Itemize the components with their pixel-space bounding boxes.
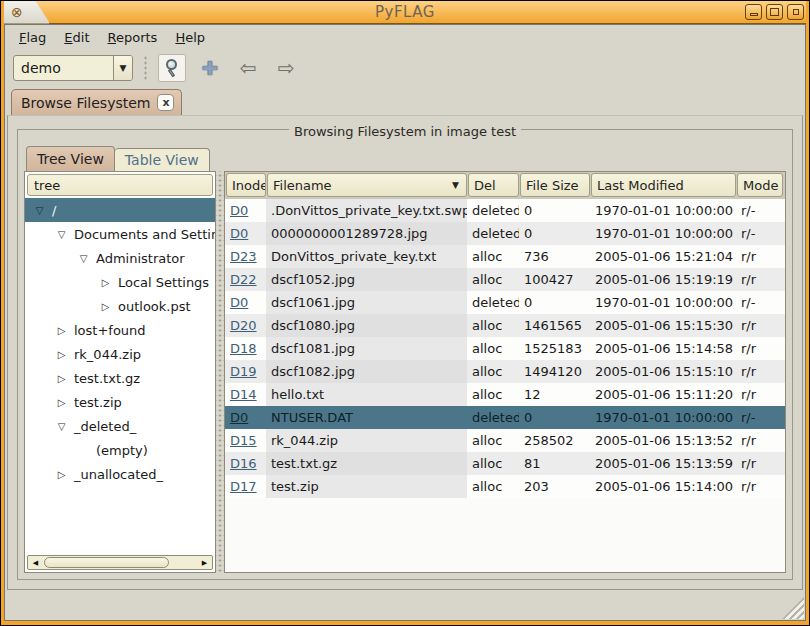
expander-icon[interactable]: ▷	[99, 301, 112, 312]
scroll-right-icon[interactable]: ▶	[197, 556, 212, 569]
forward-arrow-icon: ⇨	[278, 56, 295, 80]
tree-item-rk-044-zip[interactable]: ▷rk_044.zip	[25, 342, 215, 366]
case-selector[interactable]: demo ▼	[13, 55, 133, 81]
minimize-icon	[750, 13, 758, 16]
expander-icon[interactable]: ▷	[55, 325, 68, 336]
window-controls	[745, 4, 806, 20]
window-title: PyFLAG	[4, 3, 806, 21]
expander-icon[interactable]: ▷	[55, 373, 68, 384]
pane-splitter[interactable]	[216, 171, 224, 573]
chevron-down-icon[interactable]: ▼	[113, 56, 132, 80]
column-header-filename[interactable]: Filename▼	[267, 173, 467, 197]
tab-browse-filesystem[interactable]: Browse Filesystem x	[11, 89, 182, 115]
back-button[interactable]: ⇦	[234, 54, 262, 82]
inode-link[interactable]: D0	[230, 226, 248, 241]
column-header-del[interactable]: Del	[468, 173, 519, 197]
tree-item-administrator[interactable]: ▽Administrator	[25, 246, 215, 270]
inode-link[interactable]: D16	[230, 456, 257, 471]
table-row[interactable]: D18dscf1081.jpgalloc15251832005-01-06 15…	[225, 337, 785, 360]
menu-bar: Flag Edit Reports Help	[5, 25, 805, 50]
tree-item-root[interactable]: ▽/	[25, 198, 215, 222]
table-header-row: Inode Filename▼ Del File Size Last Modif…	[225, 172, 785, 199]
inode-link[interactable]: D22	[230, 272, 257, 287]
tree-item-outlook-pst[interactable]: ▷outlook.pst	[25, 294, 215, 318]
inode-link[interactable]: D0	[230, 410, 248, 425]
expander-icon[interactable]: ▷	[55, 349, 68, 360]
expander-icon[interactable]: ▽	[33, 205, 46, 216]
tree-horizontal-scrollbar[interactable]: ◀ ▶	[27, 555, 213, 570]
inode-link[interactable]: D20	[230, 318, 257, 333]
inode-link[interactable]: D0	[230, 203, 248, 218]
shade-button[interactable]	[787, 4, 804, 20]
tree-column-header[interactable]: tree	[27, 174, 213, 196]
column-header-file-size[interactable]: File Size	[520, 173, 590, 197]
tree-item-documents-and-settings[interactable]: ▽Documents and Settings	[25, 222, 215, 246]
table-row[interactable]: D17test.zipalloc2032005-01-06 15:14:00r/…	[225, 475, 785, 498]
tab-tree-view[interactable]: Tree View	[26, 146, 115, 171]
column-header-inode[interactable]: Inode	[226, 173, 266, 197]
inode-link[interactable]: D17	[230, 479, 257, 494]
tree-item-test-txt-gz[interactable]: ▷test.txt.gz	[25, 366, 215, 390]
status-bar	[5, 590, 805, 620]
browsing-group: Browsing Filesystem in image test Tree V…	[18, 130, 792, 579]
table-row[interactable]: D14hello.txtalloc122005-01-06 15:11:20r/…	[225, 383, 785, 406]
table-row[interactable]: D00000000001289728.jpgdeleted01970-01-01…	[225, 222, 785, 245]
menu-edit[interactable]: Edit	[64, 30, 89, 45]
scroll-left-icon[interactable]: ◀	[28, 556, 43, 569]
titlebar[interactable]: ⊗ PyFLAG	[4, 1, 806, 24]
case-selector-value: demo	[14, 60, 113, 76]
inode-link[interactable]: D19	[230, 364, 257, 379]
toolbar: demo ▼ ✚ ⇦ ⇨	[5, 50, 805, 86]
inode-link[interactable]: D0	[230, 295, 248, 310]
forward-button[interactable]: ⇨	[272, 54, 300, 82]
inode-link[interactable]: D15	[230, 433, 257, 448]
maximize-button[interactable]	[766, 4, 783, 20]
table-row[interactable]: D16test.txt.gzalloc812005-01-06 15:13:59…	[225, 452, 785, 475]
table-row[interactable]: D20dscf1080.jpgalloc14615652005-01-06 15…	[225, 314, 785, 337]
table-row-selected[interactable]: D0NTUSER.DATdeleted01970-01-01 10:00:00r…	[225, 406, 785, 429]
expander-icon[interactable]: ▷	[55, 397, 68, 408]
expander-icon[interactable]: ▽	[55, 421, 68, 432]
inode-link[interactable]: D18	[230, 341, 257, 356]
table-row[interactable]: D0.DonVittos_private_key.txt.swpdeleted0…	[225, 199, 785, 222]
page-area: Browsing Filesystem in image test Tree V…	[7, 115, 803, 590]
table-body: D0.DonVittos_private_key.txt.swpdeleted0…	[225, 199, 785, 572]
expander-icon[interactable]: ▽	[55, 229, 68, 240]
scrollbar-thumb[interactable]	[44, 557, 169, 568]
menu-help[interactable]: Help	[175, 30, 205, 45]
tree-pane: tree ▽/ ▽Documents and Settings ▽Adminis…	[24, 171, 216, 573]
view-tab-bar: Tree View Table View	[24, 144, 786, 171]
tab-table-view[interactable]: Table View	[115, 148, 210, 171]
tree-item-local-settings[interactable]: ▷Local Settings	[25, 270, 215, 294]
file-table-pane: Inode Filename▼ Del File Size Last Modif…	[224, 171, 786, 573]
expander-icon[interactable]: ▷	[55, 469, 68, 480]
tree-item-lost-found[interactable]: ▷lost+found	[25, 318, 215, 342]
table-row[interactable]: D0dscf1061.jpgdeleted01970-01-01 10:00:0…	[225, 291, 785, 314]
tree-item-unallocated[interactable]: ▷_unallocated_	[25, 462, 215, 486]
window-frame: ⊗ PyFLAG Flag Edit Reports Help demo ▼	[0, 0, 810, 626]
tree-item-deleted[interactable]: ▽_deleted_	[25, 414, 215, 438]
expander-icon[interactable]: ▷	[99, 277, 112, 288]
minimize-button[interactable]	[745, 4, 762, 20]
table-row[interactable]: D15rk_044.zipalloc2585022005-01-06 15:13…	[225, 429, 785, 452]
menu-flag[interactable]: Flag	[19, 30, 46, 45]
inode-link[interactable]: D23	[230, 249, 257, 264]
search-button[interactable]	[158, 54, 186, 82]
app-body: Flag Edit Reports Help demo ▼ ✚ ⇦ ⇨	[4, 24, 806, 621]
new-report-button[interactable]: ✚	[196, 54, 224, 82]
table-row[interactable]: D23DonVittos_private_key.txtalloc7362005…	[225, 245, 785, 268]
tab-label: Browse Filesystem	[21, 95, 150, 111]
menu-reports[interactable]: Reports	[108, 30, 158, 45]
split-panes: tree ▽/ ▽Documents and Settings ▽Adminis…	[24, 171, 786, 573]
expander-icon[interactable]: ▽	[77, 253, 90, 264]
resize-grip[interactable]	[782, 597, 804, 619]
table-row[interactable]: D19dscf1082.jpgalloc14941202005-01-06 15…	[225, 360, 785, 383]
close-tab-button[interactable]: x	[157, 94, 174, 111]
inode-link[interactable]: D14	[230, 387, 257, 402]
scrollbar-track[interactable]	[43, 556, 197, 569]
column-header-mode[interactable]: Mode	[737, 173, 783, 197]
table-row[interactable]: D22dscf1052.jpgalloc1004272005-01-06 15:…	[225, 268, 785, 291]
column-header-last-modified[interactable]: Last Modified	[591, 173, 736, 197]
tree-item-test-zip[interactable]: ▷test.zip	[25, 390, 215, 414]
shade-icon	[793, 9, 799, 15]
